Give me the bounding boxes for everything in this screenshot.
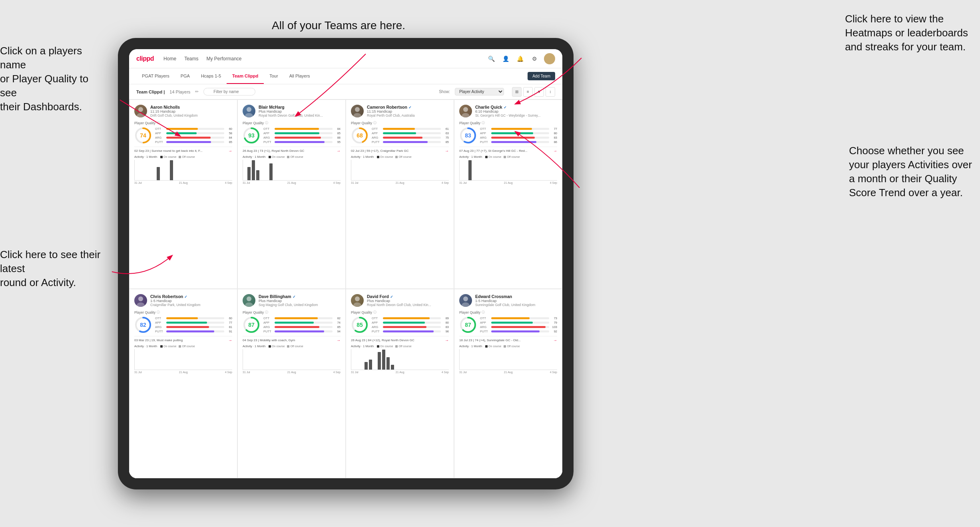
activity-section-5: Activity · 1 Month On course Off course … <box>134 344 232 374</box>
svg-point-1 <box>137 113 145 117</box>
tab-all-players[interactable]: All Players <box>284 68 316 84</box>
recent-round-7[interactable]: 26 Aug 23 | 84 (+12), Royal North Devon … <box>351 336 449 342</box>
quality-circle-3[interactable]: 68 <box>351 127 368 144</box>
player-club-1: Drift Golf Club, United Kingdom <box>150 113 232 117</box>
quality-bars-4: OTT 77 APP 80 ARG 83 PU <box>480 127 557 144</box>
grid-view-button[interactable]: ⊞ <box>512 87 522 97</box>
svg-point-25 <box>353 302 361 307</box>
sort-view-button[interactable]: ↕ <box>546 87 555 97</box>
nav-logo[interactable]: clippd <box>136 55 154 62</box>
player-name-6[interactable]: Dave Billingham ✓ <box>259 294 341 299</box>
activity-section-1: Activity · 1 Month On course Off course … <box>134 155 232 184</box>
tab-pga[interactable]: PGA <box>175 68 195 84</box>
svg-point-16 <box>138 296 143 301</box>
player-name-7[interactable]: David Ford ✓ <box>367 294 449 299</box>
player-name-3[interactable]: Cameron Robertson ✓ <box>367 105 449 109</box>
quality-circle-4[interactable]: 83 <box>459 127 477 144</box>
bell-icon[interactable]: 🔔 <box>515 54 525 64</box>
tab-team-clippd[interactable]: Team Clippd <box>227 68 264 84</box>
activity-section-8: Activity · 1 Month On course Off course … <box>459 344 557 374</box>
activity-section-7: Activity · 1 Month On course Off course … <box>351 344 449 374</box>
player-avatar-6 <box>243 294 255 307</box>
annotation-right-bottom: Choose whether you seeyour players Activ… <box>849 144 972 200</box>
annotation-top-right: Click here to view theHeatmaps or leader… <box>845 12 968 54</box>
tab-hcaps[interactable]: Hcaps 1-5 <box>195 68 227 84</box>
player-name-4[interactable]: Charlie Quick ✓ <box>475 105 557 109</box>
show-label: Show: <box>439 89 450 94</box>
player-card-4[interactable]: Charlie Quick ✓ 6:10 Handicap St. George… <box>454 99 562 289</box>
player-name-1[interactable]: Aaron Nicholls <box>150 105 232 109</box>
avatar[interactable] <box>544 53 555 64</box>
quality-label-1: Player Quality ⓘ <box>134 121 232 125</box>
settings-icon[interactable]: ⚙ <box>530 54 539 64</box>
nav-item-teams[interactable]: Teams <box>184 56 198 62</box>
annotation-top-center: All of your Teams are here. <box>272 18 405 33</box>
annotation-left-bottom: Click here to see their latestround or A… <box>0 248 104 290</box>
player-handicap-3: 11:15 Handicap <box>367 109 449 113</box>
quality-circle-8[interactable]: 87 <box>459 316 477 334</box>
filter-view-button[interactable]: ▼ <box>534 87 544 97</box>
annotation-left-top: Click on a players nameor Player Quality… <box>0 44 104 114</box>
nav-item-myperformance[interactable]: My Performance <box>206 56 241 62</box>
edit-team-icon[interactable]: ✏ <box>195 89 199 94</box>
player-card-7[interactable]: David Ford ✓ Plus Handicap Royal North D… <box>346 289 454 478</box>
team-title: Team Clippd | <box>136 89 165 94</box>
quality-circle-5[interactable]: 82 <box>134 316 152 334</box>
add-team-button[interactable]: Add Team <box>528 72 555 80</box>
player-avatar-3 <box>351 105 364 117</box>
recent-round-1[interactable]: 02 Sep 23 | Sunrise round to get back in… <box>134 147 232 153</box>
quality-bars-6: OTT 82 APP 74 ARG 85 PU <box>263 316 341 333</box>
recent-round-5[interactable]: 03 Mar 23 | 19, Must make putting → <box>134 336 232 342</box>
svg-point-9 <box>353 113 361 117</box>
recent-round-3[interactable]: 02 Jul 23 | 59 (+17), Craigmillar Park G… <box>351 147 449 153</box>
svg-point-0 <box>138 107 143 112</box>
recent-round-6[interactable]: 04 Sep 23 | Mobility with coach, Gym → <box>243 336 341 342</box>
player-card-3[interactable]: Cameron Robertson ✓ 11:15 Handicap Royal… <box>346 99 454 289</box>
team-count: 14 Players <box>169 89 190 94</box>
player-club-6: Sog Magjng Golf Club, United Kingdom <box>259 303 341 307</box>
svg-point-13 <box>462 113 470 117</box>
player-handicap-1: 11:15 Handicap <box>150 109 232 113</box>
filter-input[interactable] <box>203 88 255 95</box>
svg-point-4 <box>247 107 251 112</box>
recent-round-8[interactable]: 18 Jul 23 | 74 (+4), Sunningdale GC - Ol… <box>459 336 557 342</box>
recent-round-4[interactable]: 07 Aug 23 | 77 (+7), St George's Hill GC… <box>459 147 557 153</box>
quality-circle-7[interactable]: 85 <box>351 316 368 334</box>
tab-tour[interactable]: Tour <box>264 68 283 84</box>
svg-point-17 <box>137 302 145 307</box>
top-nav: clippd Home Teams My Performance 🔍 👤 🔔 ⚙ <box>129 49 562 68</box>
quality-circle-1[interactable]: 74 <box>134 127 152 144</box>
player-card-2[interactable]: Blair McHarg Plus Handicap Royal North D… <box>237 99 346 289</box>
player-name-2[interactable]: Blair McHarg <box>259 105 341 109</box>
quality-bars-3: OTT 61 APP 63 ARG 75 PU <box>372 127 449 144</box>
quality-circle-2[interactable]: 93 <box>243 127 260 144</box>
player-name-8[interactable]: Edward Crossman <box>475 294 557 299</box>
quality-bars-7: OTT 89 APP 80 ARG 83 PU <box>372 316 449 333</box>
quality-bars-8: OTT 73 APP 79 ARG 103 P <box>480 316 557 333</box>
quality-bars-5: OTT 60 APP 77 ARG 81 PU <box>155 316 232 333</box>
player-card-1[interactable]: Aaron Nicholls 11:15 Handicap Drift Golf… <box>129 99 237 289</box>
activity-section-2: Activity · 1 Month On course Off course … <box>243 155 341 184</box>
player-handicap-2: Plus Handicap <box>259 109 341 113</box>
quality-label-2: Player Quality ⓘ <box>243 121 341 125</box>
search-icon[interactable]: 🔍 <box>486 54 496 64</box>
quality-label-8: Player Quality ⓘ <box>459 310 557 314</box>
profile-icon[interactable]: 👤 <box>501 54 510 64</box>
tab-pgat-players[interactable]: PGAT Players <box>136 68 175 84</box>
nav-item-home[interactable]: Home <box>163 56 176 62</box>
player-avatar-8 <box>459 294 472 307</box>
recent-round-2[interactable]: 26 Aug 23 | 73 (+1), Royal North Devon G… <box>243 147 341 153</box>
player-handicap-8: 1-5 Handicap <box>475 299 557 303</box>
svg-point-29 <box>462 302 470 307</box>
player-name-5[interactable]: Chris Robertson ✓ <box>150 294 232 299</box>
list-view-button[interactable]: ≡ <box>523 87 533 97</box>
player-avatar-4 <box>459 105 472 117</box>
svg-point-20 <box>247 296 251 301</box>
show-select[interactable]: Player Activity Quality Score Trend <box>455 88 504 95</box>
quality-circle-6[interactable]: 87 <box>243 316 260 334</box>
player-card-5[interactable]: Chris Robertson ✓ 1-5 Handicap Craigmill… <box>129 289 237 478</box>
filter-wrapper <box>203 88 255 95</box>
nav-icons: 🔍 👤 🔔 ⚙ <box>486 53 555 64</box>
player-card-6[interactable]: Dave Billingham ✓ Plus Handicap Sog Magj… <box>237 289 346 478</box>
player-card-8[interactable]: Edward Crossman 1-5 Handicap Sunningdale… <box>454 289 562 478</box>
